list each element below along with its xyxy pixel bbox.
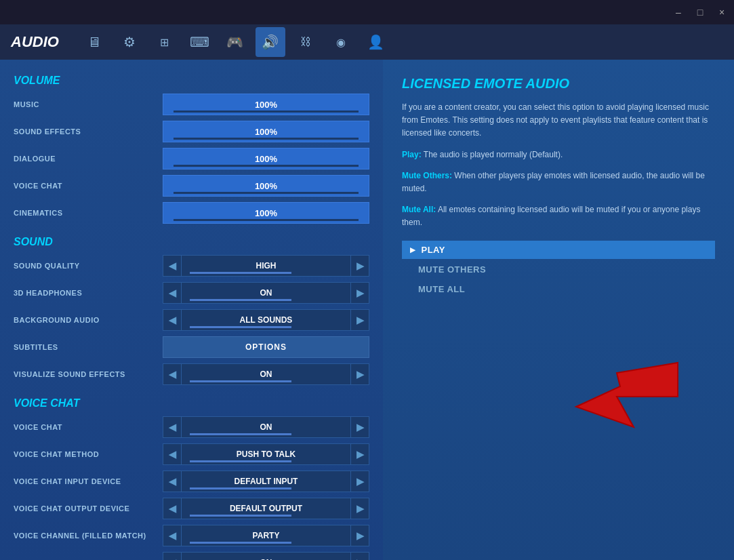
option-play[interactable]: Play	[402, 241, 715, 259]
voice-chat-volume-value[interactable]: 100%	[163, 175, 369, 197]
close-button[interactable]: ×	[715, 7, 729, 18]
volume-bar-cinematics[interactable]: 100%	[163, 202, 369, 224]
nav-icon-controller[interactable]: 🎮	[220, 27, 250, 57]
setting-visualize-sound: Visualize Sound Effects ◀ On ▶	[14, 362, 369, 386]
label-voice-chat-method: Voice Chat Method	[14, 450, 163, 458]
voice-channel-next[interactable]: ▶	[350, 525, 369, 546]
label-background-audio: Background Audio	[14, 316, 163, 324]
sound-effects-value[interactable]: 100%	[163, 121, 369, 142]
setting-background-audio: Background Audio ◀ All Sounds ▶	[14, 308, 369, 332]
info-description-1: If you are a content creator, you can se…	[402, 101, 715, 140]
maximize-button[interactable]: □	[693, 7, 707, 18]
voice-chat-output-next[interactable]: ▶	[350, 498, 369, 519]
volume-bar-sound-effects[interactable]: 100%	[163, 121, 369, 142]
visualize-sound-prev[interactable]: ◀	[163, 363, 182, 385]
nav-icon-network[interactable]: ⛓	[291, 27, 321, 57]
top-nav: Audio 🖥 ⚙ ⊞ ⌨ 🎮 🔊 ⛓ ◉ 👤	[0, 24, 734, 60]
nav-icons: 🖥 ⚙ ⊞ ⌨ 🎮 🔊 ⛓ ◉ 👤	[79, 27, 391, 57]
voice-chat-method-next[interactable]: ▶	[350, 443, 369, 465]
subtitles-options-btn[interactable]: Options	[163, 336, 369, 358]
setting-voice-channel: Voice Channel (Filled Match) ◀ Party ▶	[14, 523, 369, 548]
minimize-button[interactable]: –	[672, 7, 685, 18]
arrow-container	[402, 312, 715, 447]
3d-headphones-next[interactable]: ▶	[350, 282, 369, 304]
voice-chat-next[interactable]: ▶	[350, 416, 369, 438]
licensed-options-list: Play Mute Others Mute All	[402, 241, 715, 298]
label-subtitles: Subtitles	[14, 343, 163, 351]
voice-channel-value: Party	[182, 525, 350, 546]
voice-chat-notif-next[interactable]: ▶	[350, 552, 369, 560]
setting-voice-chat-input: Voice Chat Input Device ◀ Default Input …	[14, 469, 369, 494]
setting-3d-headphones: 3D Headphones ◀ On ▶	[14, 281, 369, 305]
label-cinematics: Cinematics	[14, 209, 163, 217]
nav-icon-gamepad[interactable]: ◉	[326, 27, 356, 57]
option-mute-others[interactable]: Mute Others	[402, 260, 715, 279]
background-audio-prev[interactable]: ◀	[163, 309, 182, 331]
dialogue-value[interactable]: 100%	[163, 148, 369, 169]
label-voice-channel: Voice Channel (Filled Match)	[14, 532, 163, 540]
voice-chat-input-value: Default Input	[182, 471, 350, 492]
section-title-voice-chat: Voice Chat	[14, 397, 369, 409]
red-arrow-icon	[573, 359, 681, 441]
3d-headphones-prev[interactable]: ◀	[163, 282, 182, 304]
voice-chat-value: On	[182, 416, 350, 438]
voice-chat-input-next[interactable]: ▶	[350, 471, 369, 492]
page-title: Audio	[11, 33, 59, 51]
visualize-sound-next[interactable]: ▶	[350, 363, 369, 385]
title-bar: – □ ×	[0, 0, 734, 24]
selector-visualize-sound: ◀ On ▶	[163, 363, 369, 385]
volume-bar-voice-chat[interactable]: 100%	[163, 175, 369, 197]
option-mute-all[interactable]: Mute All	[402, 280, 715, 298]
voice-chat-output-prev[interactable]: ◀	[163, 498, 182, 519]
voice-chat-method-prev[interactable]: ◀	[163, 443, 182, 465]
selector-voice-chat: ◀ On ▶	[163, 416, 369, 438]
nav-icon-layout[interactable]: ⊞	[150, 27, 180, 57]
label-3d-headphones: 3D Headphones	[14, 289, 163, 297]
voice-channel-prev[interactable]: ◀	[163, 525, 182, 546]
nav-icon-monitor[interactable]: 🖥	[79, 27, 109, 57]
sound-quality-value: High	[182, 255, 350, 277]
info-mute-all-description: Mute All: All emotes containing licensed…	[402, 203, 715, 229]
setting-voice-chat: Voice Chat ◀ On ▶	[14, 415, 369, 439]
visualize-sound-value: On	[182, 363, 350, 385]
selector-sound-quality: ◀ High ▶	[163, 255, 369, 277]
label-dialogue: Dialogue	[14, 155, 163, 163]
label-music: Music	[14, 100, 163, 108]
selector-3d-headphones: ◀ On ▶	[163, 282, 369, 304]
volume-bar-music[interactable]: 100%	[163, 94, 369, 115]
setting-music: Music 100%	[14, 92, 369, 117]
sound-quality-next[interactable]: ▶	[350, 255, 369, 277]
nav-icon-audio[interactable]: 🔊	[256, 27, 285, 57]
section-title-sound: Sound	[14, 236, 369, 248]
background-audio-next[interactable]: ▶	[350, 309, 369, 331]
selector-subtitles: Options	[163, 336, 369, 358]
mute-others-label: Mute Others:	[402, 171, 452, 180]
setting-cinematics: Cinematics 100%	[14, 201, 369, 225]
voice-chat-output-value: Default Output	[182, 498, 350, 519]
cinematics-value[interactable]: 100%	[163, 202, 369, 224]
nav-icon-gear[interactable]: ⚙	[115, 27, 144, 57]
voice-chat-notif-prev[interactable]: ◀	[163, 552, 182, 560]
info-mute-others-description: Mute Others: When other players play emo…	[402, 169, 715, 195]
nav-icon-keyboard[interactable]: ⌨	[185, 27, 215, 57]
mute-all-text: All emotes containing licensed audio wil…	[402, 205, 700, 227]
setting-sound-effects: Sound Effects 100%	[14, 119, 369, 144]
voice-chat-prev[interactable]: ◀	[163, 416, 182, 438]
music-value[interactable]: 100%	[163, 94, 369, 115]
selector-background-audio: ◀ All Sounds ▶	[163, 309, 369, 331]
svg-marker-0	[576, 363, 678, 427]
volume-bar-dialogue[interactable]: 100%	[163, 148, 369, 169]
voice-chat-method-value: Push To Talk	[182, 443, 350, 465]
setting-voice-chat-volume: Voice Chat 100%	[14, 174, 369, 198]
setting-voice-chat-notifications: Voice Chat Notifications ◀ On ▶	[14, 551, 369, 560]
nav-icon-account[interactable]: 👤	[361, 27, 391, 57]
setting-voice-chat-output: Voice Chat Output Device ◀ Default Outpu…	[14, 496, 369, 521]
selector-voice-chat-notifications: ◀ On ▶	[163, 552, 369, 560]
info-title: Licensed Emote Audio	[402, 76, 715, 92]
mute-all-label: Mute All:	[402, 205, 436, 214]
setting-dialogue: Dialogue 100%	[14, 146, 369, 171]
selector-voice-chat-output: ◀ Default Output ▶	[163, 498, 369, 519]
play-label: Play:	[402, 150, 422, 159]
sound-quality-prev[interactable]: ◀	[163, 255, 182, 277]
voice-chat-input-prev[interactable]: ◀	[163, 471, 182, 492]
